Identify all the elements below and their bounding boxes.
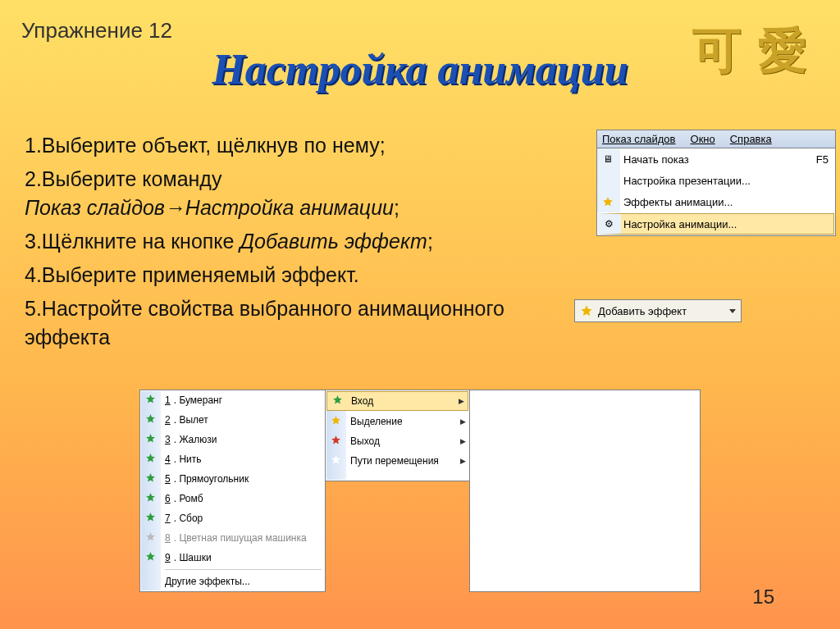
monitor-icon: 🖥 — [601, 153, 614, 166]
dot: . — [174, 414, 176, 426]
star-icon — [144, 512, 157, 525]
add-effect-label: Добавить эффект — [598, 305, 687, 317]
effects-picker: 1. Бумеранг 2. Вылет 3. Жалюзи 4. Нить 5… — [139, 390, 701, 592]
star-icon — [144, 531, 157, 545]
chevron-right-icon: ▶ — [459, 397, 464, 405]
effects-list: 1. Бумеранг 2. Вылет 3. Жалюзи 4. Нить 5… — [139, 390, 326, 592]
add-effect-button[interactable]: Добавить эффект — [574, 299, 742, 322]
item-number: 8 — [165, 532, 171, 544]
chevron-right-icon: ▶ — [460, 417, 466, 426]
dot: . — [174, 513, 176, 524]
step-3-button-name: Добавить эффект — [240, 230, 427, 253]
menu-item-slideshow[interactable]: Показ слайдов — [602, 133, 676, 145]
chevron-right-icon: ▶ — [460, 437, 466, 445]
effect-item-9[interactable]: 9. Шашки — [140, 548, 325, 567]
menu-presentation-settings[interactable]: Настройка презентации... — [597, 170, 835, 191]
item-number: 6 — [165, 493, 171, 504]
menu-animation-settings-label: Настройка анимации... — [623, 218, 737, 230]
item-label: Пути перемещения — [350, 455, 439, 467]
menu-start-show[interactable]: 🖥 Начать показ F5 — [597, 148, 835, 170]
item-label: Вылет — [179, 414, 208, 426]
dot: . — [174, 473, 176, 485]
preview-canvas — [469, 390, 701, 592]
instructions-text: 1.Выберите объект, щёлкнув по нему; 2.Вы… — [25, 131, 550, 357]
dot: . — [174, 493, 176, 504]
page-title: Настройка анимации — [0, 45, 840, 93]
item-number: 1 — [165, 394, 171, 406]
effect-item-6[interactable]: 6. Ромб — [140, 489, 325, 508]
item-number: 3 — [165, 434, 171, 445]
star-icon — [331, 394, 344, 408]
star-icon — [329, 454, 342, 467]
star-icon — [601, 195, 614, 208]
menu-presentation-settings-label: Настройка презентации... — [623, 175, 751, 187]
menu-bar: Показ слайдов Окно Справка — [597, 130, 835, 148]
step-5: 5.Настройте свойства выбранного анимацио… — [25, 294, 550, 352]
item-label: Выход — [350, 435, 380, 447]
menu-start-show-label: Начать показ — [623, 153, 689, 166]
star-icon — [144, 453, 157, 466]
dot: . — [174, 434, 176, 445]
item-number: 2 — [165, 414, 171, 426]
effect-item-8: 8. Цветная пишущая машинка — [140, 528, 325, 548]
menu-start-show-shortcut: F5 — [816, 153, 829, 166]
menu-animation-effects[interactable]: Эффекты анимации... — [597, 191, 835, 212]
category-entrance[interactable]: Вход ▶ — [326, 391, 468, 411]
effect-item-3[interactable]: 3. Жалюзи — [140, 430, 325, 449]
star-icon — [580, 304, 593, 317]
app-menu-panel: Показ слайдов Окно Справка 🖥 Начать пока… — [596, 130, 836, 236]
menu-animation-effects-label: Эффекты анимации... — [623, 196, 733, 208]
step-2-command: Показ слайдов→Настройка анимации — [25, 196, 394, 219]
item-number: 5 — [165, 473, 171, 485]
step-3-end: ; — [427, 230, 433, 253]
dot: . — [174, 532, 176, 544]
menu-item-slideshow-label: Показ слайдов — [602, 133, 676, 145]
step-2: 2.Выберите команду Показ слайдов→Настрой… — [25, 165, 550, 222]
item-number: 4 — [165, 454, 171, 465]
star-icon — [144, 394, 157, 407]
step-3: 3.Щёлкните на кнопке Добавить эффект; — [25, 227, 550, 256]
effect-item-4[interactable]: 4. Нить — [140, 449, 325, 469]
effect-item-7[interactable]: 7. Сбор — [140, 508, 325, 528]
star-icon — [144, 413, 157, 426]
category-emphasis[interactable]: Выделение ▶ — [326, 412, 469, 431]
menu-item-window-label: Окно — [691, 133, 715, 145]
item-label: Сбор — [179, 513, 203, 524]
step-2-line1: 2.Выберите команду — [25, 167, 221, 190]
gears-icon: ⚙ — [602, 217, 615, 230]
category-exit[interactable]: Выход ▶ — [326, 431, 469, 451]
item-number: 7 — [165, 513, 171, 524]
item-label: Бумеранг — [179, 394, 222, 406]
item-label: Ромб — [179, 493, 203, 504]
step-4: 4.Выберите применяемый эффект. — [25, 261, 550, 289]
item-label: Выделение — [350, 416, 403, 427]
item-label: Другие эффекты... — [165, 576, 250, 587]
effect-item-1[interactable]: 1. Бумеранг — [140, 390, 325, 410]
menu-item-help[interactable]: Справка — [730, 133, 772, 145]
exercise-label: Упражнение 12 — [21, 18, 172, 43]
star-icon — [144, 472, 157, 485]
step-1: 1.Выберите объект, щёлкнув по нему; — [25, 131, 550, 160]
star-icon — [329, 415, 342, 428]
star-icon — [144, 433, 157, 446]
star-icon — [329, 435, 342, 448]
category-motion-paths[interactable]: Пути перемещения ▶ — [326, 451, 469, 471]
item-label: Вход — [351, 395, 373, 407]
item-label: Жалюзи — [179, 434, 217, 445]
separator — [165, 569, 322, 570]
effect-item-5[interactable]: 5. Прямоугольник — [140, 469, 325, 489]
menu-item-window[interactable]: Окно — [691, 133, 715, 145]
effect-item-2[interactable]: 2. Вылет — [140, 410, 325, 430]
item-label: Шашки — [179, 552, 211, 563]
page-number: 15 — [752, 586, 774, 608]
menu-item-help-label: Справка — [730, 133, 772, 145]
dot: . — [174, 552, 176, 563]
chevron-right-icon: ▶ — [460, 457, 466, 465]
star-icon — [144, 551, 157, 564]
step-3-prefix: 3.Щёлкните на кнопке — [25, 230, 240, 253]
item-label: Нить — [179, 454, 201, 465]
item-number: 9 — [165, 552, 171, 563]
menu-animation-settings[interactable]: ⚙ Настройка анимации... — [598, 213, 834, 235]
effect-category-list: Вход ▶ Выделение ▶ Выход ▶ Пути перемеще… — [325, 390, 470, 481]
effect-other[interactable]: Другие эффекты... — [140, 572, 325, 591]
